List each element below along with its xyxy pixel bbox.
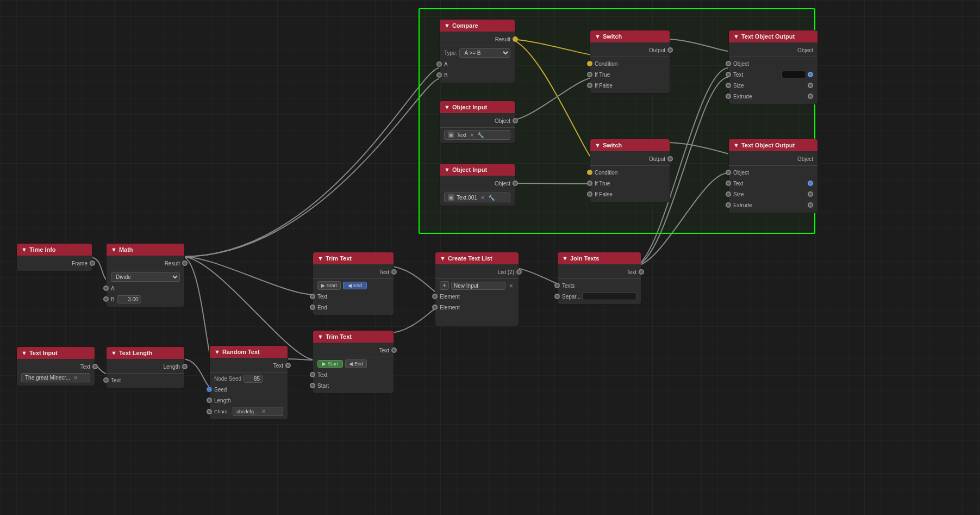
tob2-object-socket[interactable] — [726, 170, 731, 175]
tob2-extrude-right-socket[interactable] — [808, 202, 813, 208]
math-b-socket[interactable] — [103, 296, 109, 302]
object-input-2-output-socket[interactable] — [513, 181, 518, 186]
math-operation-select[interactable]: Divide — [111, 272, 180, 282]
switch-2-output-socket[interactable] — [667, 156, 673, 162]
random-text-chars-field[interactable]: abcdefg... ✕ — [233, 407, 283, 416]
random-text-seed-input[interactable] — [244, 375, 263, 383]
object-input-2-field[interactable]: ▣ Text.001 ✕ 🔧 — [444, 193, 510, 202]
object-input-1-wrench-icon[interactable]: 🔧 — [477, 132, 484, 138]
switch-2-condition-row: Condition — [590, 167, 670, 178]
text-input-field[interactable]: The great Minecr... ✕ — [21, 373, 90, 382]
switch-2-output: Output — [590, 153, 670, 164]
random-text-chars-clear[interactable]: ✕ — [260, 408, 267, 414]
compare-title: Compare — [452, 22, 478, 29]
random-text-node: ▼ Random Text Text Node Seed Seed Length — [209, 345, 288, 420]
tob1-text-right-socket[interactable] — [808, 72, 813, 77]
object-input-2-node: ▼ Object Input Object ▣ Text.001 ✕ 🔧 — [439, 163, 515, 206]
tob2-text-socket[interactable] — [726, 181, 731, 186]
switch-2-iffalse-socket[interactable] — [587, 191, 592, 197]
join-texts-sep-field[interactable] — [582, 293, 636, 300]
tob2-size-socket[interactable] — [726, 191, 731, 197]
math-b-input[interactable] — [117, 295, 141, 303]
create-text-list-plus-btn[interactable]: + — [440, 281, 449, 290]
compare-result-socket[interactable] — [513, 36, 518, 42]
tob1-object-socket[interactable] — [726, 61, 731, 66]
create-text-list-el2-socket[interactable] — [432, 305, 438, 310]
random-text-header: ▼ Random Text — [210, 346, 288, 358]
math-a-socket[interactable] — [103, 286, 109, 291]
create-text-list-remove-btn[interactable]: ✕ — [508, 283, 514, 289]
object-input-1-node: ▼ Object Input Object ▣ Text ✕ 🔧 — [439, 101, 515, 144]
trim-text-1-text-socket[interactable] — [310, 294, 315, 299]
text-object-output-1-node: ▼ Text Object Output Object Object Text … — [728, 30, 818, 104]
math-result-socket[interactable] — [182, 260, 188, 266]
trim-text-2-text-socket[interactable] — [310, 372, 315, 377]
trim-text-1-start-btn[interactable]: ▶ Start — [317, 281, 341, 290]
switch-1-output: Output — [590, 45, 670, 55]
frame-output-socket[interactable] — [90, 260, 95, 266]
switch-1-iftrue-socket[interactable] — [587, 72, 592, 77]
object-input-1-field[interactable]: ▣ Text ✕ 🔧 — [444, 130, 510, 140]
tob1-text-field[interactable] — [782, 71, 806, 78]
compare-a-socket[interactable] — [436, 61, 442, 67]
create-text-list-output-socket[interactable] — [516, 269, 522, 275]
switch-2-condition-socket[interactable] — [587, 170, 592, 175]
object-input-2-wrench-icon[interactable]: 🔧 — [488, 195, 495, 201]
compare-type-select[interactable]: A >= B — [459, 48, 510, 58]
tob2-extrude-socket[interactable] — [726, 202, 731, 208]
join-texts-texts-socket[interactable] — [554, 283, 560, 288]
text-length-output-socket[interactable] — [182, 364, 188, 369]
trim-text-2-end-btn[interactable]: ◀ End — [345, 359, 367, 368]
object-input-2-clear-btn[interactable]: ✕ — [479, 195, 486, 201]
trim-text-1-end-input: End — [313, 302, 394, 313]
random-text-length-socket[interactable] — [207, 398, 212, 403]
compare-type-row: Type: A >= B — [440, 47, 515, 59]
tob2-text-right-socket[interactable] — [808, 181, 813, 186]
tob1-size-socket[interactable] — [726, 83, 731, 88]
switch-1-condition-socket[interactable] — [587, 61, 592, 66]
text-input-header: ▼ Text Input — [17, 347, 95, 359]
trim-text-1-end-btn[interactable]: ◀ End — [343, 282, 367, 289]
trim-text-1-output-socket[interactable] — [391, 269, 397, 275]
tob2-size-right-socket[interactable] — [808, 191, 813, 197]
random-text-seed-socket[interactable] — [207, 387, 212, 392]
tob1-extrude-row: Extrude — [729, 91, 817, 102]
join-texts-sep-socket[interactable] — [554, 294, 560, 299]
trim-text-2-start-btn[interactable]: ▶ Start — [317, 360, 343, 368]
switch-2-iffalse-row: If False — [590, 189, 670, 200]
tob1-text-socket[interactable] — [726, 72, 731, 77]
tob1-extrude-right-socket[interactable] — [808, 94, 813, 99]
switch-1-output-socket[interactable] — [667, 47, 673, 53]
text-input-clear-btn[interactable]: ✕ — [72, 375, 79, 381]
time-info-title: Time Info — [29, 246, 56, 253]
object-input-1-clear-btn[interactable]: ✕ — [469, 132, 475, 138]
trim-text-2-start-socket[interactable] — [310, 383, 315, 388]
object-input-1-field-row: ▣ Text ✕ 🔧 — [440, 129, 515, 141]
random-text-chars-socket[interactable] — [207, 409, 212, 414]
compare-b-socket[interactable] — [436, 72, 442, 78]
random-text-output-socket[interactable] — [285, 363, 291, 368]
trim-text-1-header: ▼ Trim Text — [313, 252, 394, 264]
switch-2-iftrue-socket[interactable] — [587, 181, 592, 186]
trim-text-2-output-socket[interactable] — [391, 348, 397, 353]
tob1-object-output: Object — [729, 45, 817, 55]
join-texts-output-socket[interactable] — [639, 269, 644, 275]
create-text-list-el1-socket[interactable] — [432, 294, 438, 299]
tob1-size-right-socket[interactable] — [808, 83, 813, 88]
join-texts-output: Text — [558, 266, 641, 277]
tob1-extrude-socket[interactable] — [726, 94, 731, 99]
text-length-title: Text Length — [119, 350, 153, 356]
create-text-list-output: List (2) — [435, 266, 519, 277]
text-length-text-socket[interactable] — [103, 377, 109, 383]
trim-text-1-btns: ▶ Start ◀ End — [313, 280, 394, 291]
switch-1-header: ▼ Switch — [590, 30, 670, 42]
switch-2-iftrue-row: If True — [590, 178, 670, 189]
trim-text-1-end-socket[interactable] — [310, 305, 315, 310]
object-input-1-name: Text — [457, 132, 466, 138]
trim-text-1-text-input: Text — [313, 291, 394, 302]
text-input-output-socket[interactable] — [92, 364, 98, 369]
trim-text-2-start-input: Start — [313, 380, 394, 391]
tob1-size-row: Size — [729, 80, 817, 91]
switch-1-iffalse-socket[interactable] — [587, 83, 592, 88]
object-input-1-output-socket[interactable] — [513, 118, 518, 123]
